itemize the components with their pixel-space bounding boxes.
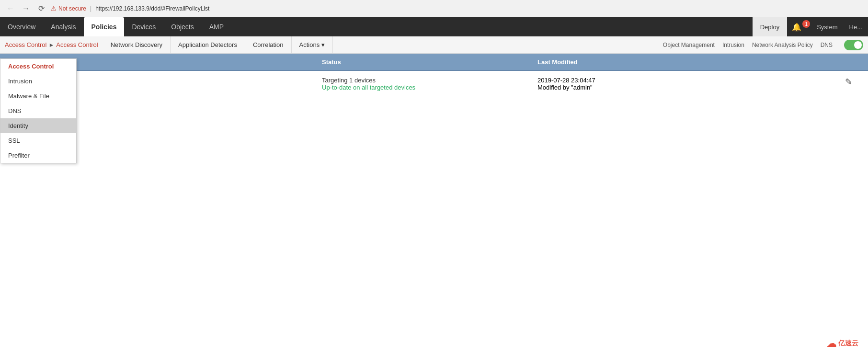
nav-policies[interactable]: Policies xyxy=(84,17,125,36)
dropdown-access-control[interactable]: Access Control xyxy=(0,59,76,74)
header-actions xyxy=(839,57,868,68)
breadcrumb-separator: ► xyxy=(48,42,54,48)
system-button[interactable]: System xyxy=(811,17,843,36)
status-uptodate[interactable]: Up-to-date on all targeted devices xyxy=(322,84,526,91)
help-button[interactable]: He... xyxy=(844,17,868,36)
tab-actions[interactable]: Actions ▾ xyxy=(292,36,333,54)
browser-chrome: ← → ⟳ ⚠ Not secure | https://192.168.133… xyxy=(0,0,868,17)
nav-devices[interactable]: Devices xyxy=(124,17,163,36)
second-nav: Access Control ► Access Control Access C… xyxy=(0,36,868,54)
modified-date: 2019-07-28 23:04:47 xyxy=(537,77,834,84)
breadcrumb-access-control-2[interactable]: Access Control xyxy=(56,41,98,48)
modified-by: Modified by "admin" xyxy=(537,84,834,91)
policy-table: Policy Status Last Modified Targeting 1 … xyxy=(0,54,868,97)
cell-row-actions: ✎ xyxy=(839,75,868,89)
toggle-switch[interactable] xyxy=(844,40,863,50)
logo-icon: ☁ xyxy=(827,338,836,349)
tab-network-discovery[interactable]: Network Discovery xyxy=(103,36,171,54)
tab-correlation[interactable]: Correlation xyxy=(245,36,292,54)
link-dns[interactable]: DNS xyxy=(821,42,833,48)
table-header: Policy Status Last Modified xyxy=(0,54,868,71)
nav-amp[interactable]: AMP xyxy=(202,17,231,36)
separator: | xyxy=(90,5,91,12)
link-intrusion[interactable]: Intrusion xyxy=(722,42,744,48)
nav-objects[interactable]: Objects xyxy=(163,17,201,36)
cell-modified: 2019-07-28 23:04:47 Modified by "admin" xyxy=(532,75,839,93)
nav-overview[interactable]: Overview xyxy=(0,17,43,36)
bell-icon: 🔔 xyxy=(792,23,801,32)
reload-button[interactable]: ⟳ xyxy=(35,3,47,14)
row-action-icon[interactable]: ✎ xyxy=(845,77,852,87)
nav-analysis[interactable]: Analysis xyxy=(43,17,83,36)
link-network-analysis-policy[interactable]: Network Analysis Policy xyxy=(752,42,813,48)
dropdown-prefilter[interactable]: Prefilter xyxy=(0,148,76,163)
deploy-button[interactable]: Deploy xyxy=(753,17,787,36)
security-warning: ⚠ Not secure | https://192.168.133.9/ddd… xyxy=(51,5,209,12)
policies-dropdown: Access Control Intrusion Malware & File … xyxy=(0,58,77,163)
forward-button[interactable]: → xyxy=(20,3,32,14)
header-status: Status xyxy=(316,57,532,68)
logo-text: 亿速云 xyxy=(838,339,858,348)
security-warning-text: Not secure xyxy=(58,5,86,12)
dropdown-dns[interactable]: DNS xyxy=(0,103,76,118)
top-nav: Overview Analysis Policies Devices Objec… xyxy=(0,17,868,36)
header-modified: Last Modified xyxy=(532,57,839,68)
dropdown-intrusion[interactable]: Intrusion xyxy=(0,74,76,89)
top-nav-right: Deploy 🔔 1 System He... xyxy=(753,17,868,36)
second-nav-right: Object Management Intrusion Network Anal… xyxy=(658,40,868,50)
back-button[interactable]: ← xyxy=(5,3,16,14)
notification-badge: 1 xyxy=(802,20,810,28)
breadcrumb-access-control[interactable]: Access Control xyxy=(5,41,46,48)
dropdown-malware-file[interactable]: Malware & File xyxy=(0,89,76,103)
notification-button[interactable]: 🔔 1 xyxy=(787,17,811,36)
url-text: https://192.168.133.9/ddd/#FirewallPolic… xyxy=(95,5,209,12)
table-row: Targeting 1 devices Up-to-date on all ta… xyxy=(0,71,868,97)
bottom-logo: ☁ 亿速云 xyxy=(827,338,858,349)
dropdown-identity[interactable]: Identity xyxy=(0,118,76,133)
tab-application-detectors[interactable]: Application Detectors xyxy=(171,36,245,54)
breadcrumb: Access Control ► Access Control xyxy=(0,41,103,48)
link-object-management[interactable]: Object Management xyxy=(663,42,715,48)
dropdown-ssl[interactable]: SSL xyxy=(0,133,76,148)
cell-status: Targeting 1 devices Up-to-date on all ta… xyxy=(316,75,532,93)
status-devices: Targeting 1 devices xyxy=(322,77,526,84)
second-nav-tabs: Network Discovery Application Detectors … xyxy=(103,36,333,54)
warning-icon: ⚠ xyxy=(51,5,57,12)
